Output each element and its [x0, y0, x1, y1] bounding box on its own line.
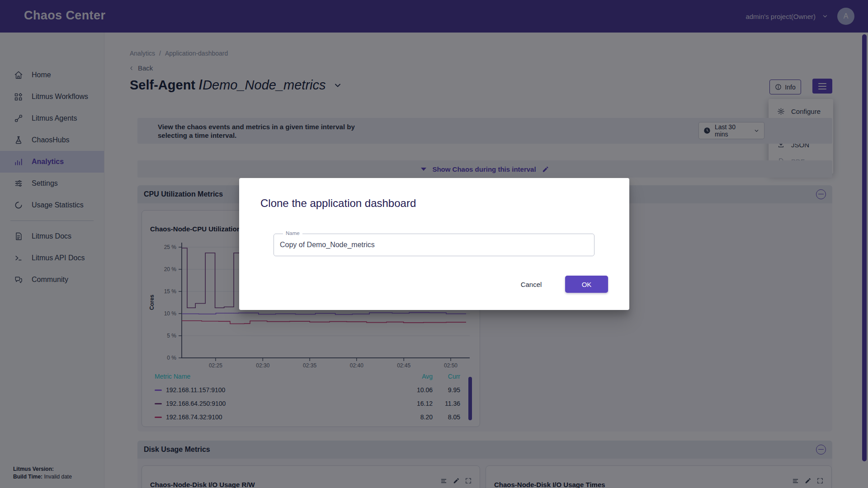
name-field[interactable]: Name Copy of Demo_Node_metrics — [274, 234, 594, 256]
page-scrollbar[interactable] — [862, 34, 867, 461]
ok-button[interactable]: OK — [565, 276, 608, 293]
modal-title: Clone the application dashboard — [260, 197, 416, 210]
chaos-center-app: Chaos Center admin's project(Owner) A Ho… — [0, 0, 868, 488]
name-field-label: Name — [283, 230, 302, 236]
name-field-value: Copy of Demo_Node_metrics — [280, 241, 375, 249]
clone-dashboard-modal: Clone the application dashboard Name Cop… — [239, 178, 629, 310]
cancel-button[interactable]: Cancel — [509, 276, 554, 293]
